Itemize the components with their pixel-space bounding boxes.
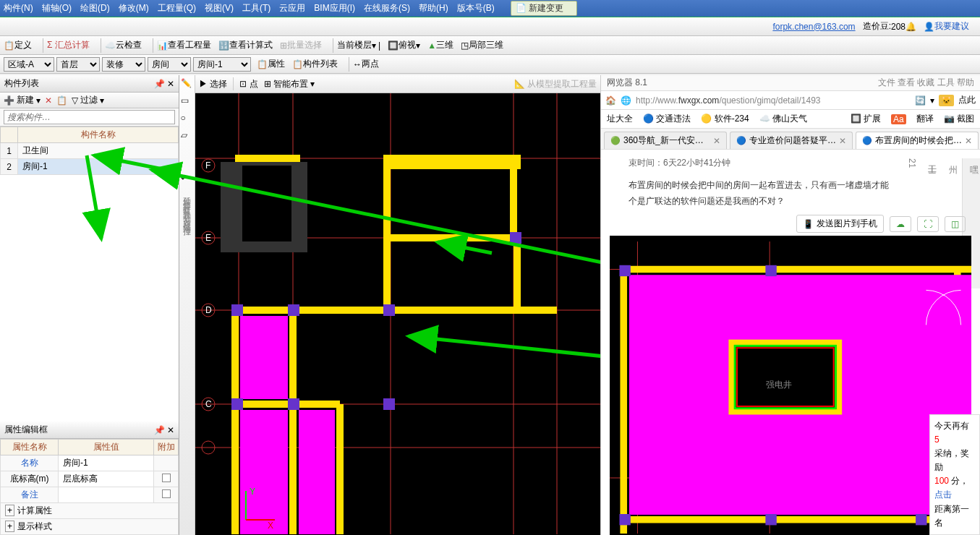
top-view-button[interactable]: 🔲 俯视 ▾ bbox=[388, 39, 420, 51]
embedded-image[interactable]: 强电井 bbox=[610, 236, 971, 535]
cat-icon[interactable]: 🐱 bbox=[939, 95, 954, 106]
component-list-button[interactable]: 📋 构件列表 bbox=[292, 58, 338, 70]
draw-poly-icon[interactable]: ▱ bbox=[181, 130, 194, 143]
local-3d-button[interactable]: ◳ 局部三维 bbox=[461, 39, 503, 51]
checkbox[interactable] bbox=[162, 474, 171, 482]
menu-item[interactable]: 云应用 bbox=[279, 2, 305, 14]
window-button[interactable]: ◫ bbox=[945, 216, 966, 232]
panel-pin-icon[interactable]: 📌 ✕ bbox=[154, 425, 174, 435]
define-button[interactable]: 📋 定义 bbox=[4, 39, 32, 51]
point-button[interactable]: ⊡ 点 bbox=[239, 78, 257, 90]
suggest-link[interactable]: 👤 我要建议 bbox=[924, 20, 969, 33]
svg-rect-40 bbox=[383, 398, 395, 410]
filter-button[interactable]: ▽ 过滤 ▾ bbox=[72, 94, 104, 106]
sum-button[interactable]: Σ 汇总计算 bbox=[47, 39, 90, 51]
svg-rect-23 bbox=[387, 238, 517, 310]
floor-select[interactable]: 首层 bbox=[56, 57, 100, 72]
menu-item[interactable]: 视图(V) bbox=[205, 2, 234, 14]
translate-button[interactable]: Aa bbox=[891, 114, 906, 124]
ext-button[interactable]: 🔲 扩展 bbox=[851, 113, 881, 125]
browser-menu[interactable]: 文件 查看 收藏 工具 帮助 bbox=[878, 77, 974, 89]
menu-item[interactable]: 帮助(H) bbox=[419, 2, 448, 14]
3d-button[interactable]: ▲ 三维 bbox=[427, 39, 453, 51]
menu-item[interactable]: BIM应用(I) bbox=[314, 2, 355, 14]
property-button[interactable]: 📋 属性 bbox=[257, 58, 285, 70]
extract-button[interactable]: 📐 从模型提取工程量 bbox=[514, 78, 597, 90]
view-formula-button[interactable]: 🔢 查看计算式 bbox=[218, 39, 273, 51]
canvas-toolbar: ▶ 选择 ⊡ 点 ⊞ 智能布置 ▾ 📐 从模型提取工程量 bbox=[195, 75, 600, 93]
bookmarks-bar: 址大全 🔵 交通违法 🟡 软件-234 ☁️ 佛山天气 🔲 扩展 Aa翻译 📷 … bbox=[601, 110, 980, 129]
chevron-down-icon[interactable]: ▾ bbox=[930, 95, 934, 106]
menu-item[interactable]: 构件(N) bbox=[4, 2, 33, 14]
svg-rect-68 bbox=[916, 514, 926, 525]
new-change-button[interactable]: 📄 新建变更 bbox=[511, 1, 577, 16]
cloud-button[interactable]: ☁ bbox=[890, 216, 911, 232]
area-select[interactable]: 区域-A bbox=[4, 57, 54, 72]
svg-text:Y: Y bbox=[250, 487, 255, 497]
svg-text:F: F bbox=[205, 160, 210, 171]
refresh-icon[interactable]: 🔄 bbox=[915, 95, 926, 106]
drawing-canvas[interactable]: F E D C bbox=[195, 93, 600, 535]
category-select[interactable]: 装修 bbox=[102, 57, 145, 72]
menu-item[interactable]: 修改(M) bbox=[119, 2, 149, 14]
view-qty-button[interactable]: 📊 查看工程量 bbox=[157, 39, 211, 51]
new-component-button[interactable]: ➕ 新建 ▾ bbox=[4, 94, 41, 106]
delete-button[interactable]: ✕ bbox=[45, 95, 52, 106]
screenshot-button[interactable]: 📷 截图 bbox=[944, 113, 974, 125]
current-floor-button[interactable]: 当前楼层 ▾ | bbox=[337, 39, 380, 51]
browser-tabs: 🟢360导航_新一代安全...✕ 🔵专业造价问题答疑平台...✕ 🔵布置房间的时… bbox=[601, 129, 980, 150]
draw-circle-icon[interactable]: ○ bbox=[181, 113, 194, 126]
expand-button[interactable]: ⛶ bbox=[917, 216, 939, 232]
table-row[interactable]: 1卫生间 bbox=[1, 143, 179, 159]
nav-text[interactable]: 点此 bbox=[958, 94, 976, 106]
copy-button[interactable]: 📋 bbox=[56, 95, 67, 106]
svg-rect-66 bbox=[619, 514, 630, 525]
bookmark-item[interactable]: 址大全 bbox=[607, 113, 633, 125]
globe-icon[interactable]: 🌐 bbox=[621, 95, 631, 106]
smart-place-button[interactable]: ⊞ 智能布置 ▾ bbox=[264, 78, 315, 90]
checkbox[interactable] bbox=[162, 489, 171, 498]
menu-item[interactable]: 辅轴(O) bbox=[42, 2, 72, 14]
browser-title: 网览器 8.1 bbox=[607, 77, 647, 87]
draw-line-icon[interactable]: ✏️ bbox=[181, 78, 194, 91]
address-bar[interactable]: http://www.fwxgx.com/question/gimq/detai… bbox=[636, 95, 911, 106]
bookmark-item[interactable]: 🔵 交通违法 bbox=[643, 113, 691, 125]
cloudcheck-button[interactable]: ☁️ 云检查 bbox=[105, 39, 142, 51]
search-input[interactable] bbox=[4, 110, 175, 124]
menu-item[interactable]: 绘图(D) bbox=[80, 2, 110, 14]
select-button[interactable]: ▶ 选择 bbox=[199, 78, 227, 90]
close-icon[interactable]: ✕ bbox=[965, 136, 972, 146]
undo-icon[interactable]: ↶ bbox=[181, 174, 194, 187]
close-icon[interactable]: ✕ bbox=[713, 136, 720, 146]
reward-box: 今天再有 5 采纳，奖励 100 分，点击 距离第一名 bbox=[929, 414, 980, 536]
main-toolbar: 📋 定义 Σ 汇总计算 ☁️ 云检查 📊 查看工程量 🔢 查看计算式 ⊞ 批量选… bbox=[0, 36, 980, 55]
edit-tool-column: ✏️ ▭ ○ ▱ ↶ 延伸 修剪 打断 合并 分割 对齐 偏移 拉伸 bbox=[179, 75, 195, 535]
svg-rect-60 bbox=[731, 343, 839, 412]
svg-text:X: X bbox=[268, 521, 273, 531]
batch-select-button[interactable]: ⊞ 批量选择 bbox=[280, 39, 322, 51]
send-to-phone-button[interactable]: 📱 发送图片到手机 bbox=[796, 215, 884, 233]
close-icon[interactable]: ✕ bbox=[839, 136, 846, 146]
home-icon[interactable]: 🏠 bbox=[605, 95, 616, 106]
menu-item[interactable]: 工具(T) bbox=[242, 2, 270, 14]
svg-rect-33 bbox=[299, 410, 335, 534]
menu-item[interactable]: 在线服务(S) bbox=[364, 2, 410, 14]
browser-tab[interactable]: 🔵专业造价问题答疑平台...✕ bbox=[730, 132, 853, 149]
bookmark-item[interactable]: 🟡 软件-234 bbox=[701, 113, 749, 125]
menu-item[interactable]: 版本号(B) bbox=[457, 2, 495, 14]
browser-tab[interactable]: 🟢360导航_新一代安全...✕ bbox=[604, 132, 727, 149]
type-select[interactable]: 房间 bbox=[148, 57, 191, 72]
panel-pin-icon[interactable]: 📌 ✕ bbox=[154, 79, 174, 89]
item-select[interactable]: 房间-1 bbox=[193, 57, 251, 72]
draw-rect-icon[interactable]: ▭ bbox=[181, 95, 194, 108]
svg-rect-39 bbox=[288, 398, 299, 410]
menu-item[interactable]: 工程量(Q) bbox=[158, 2, 196, 14]
two-points-button[interactable]: ↔ 两点 bbox=[353, 58, 379, 70]
svg-rect-30 bbox=[242, 166, 291, 241]
table-row[interactable]: 2房间-1 bbox=[1, 159, 179, 175]
bookmark-item[interactable]: ☁️ 佛山天气 bbox=[759, 113, 807, 125]
browser-tab-active[interactable]: 🔵布置房间的时候会把中...✕ bbox=[856, 132, 979, 149]
svg-rect-67 bbox=[765, 514, 776, 525]
svg-rect-65 bbox=[765, 265, 776, 276]
svg-rect-32 bbox=[240, 410, 288, 534]
